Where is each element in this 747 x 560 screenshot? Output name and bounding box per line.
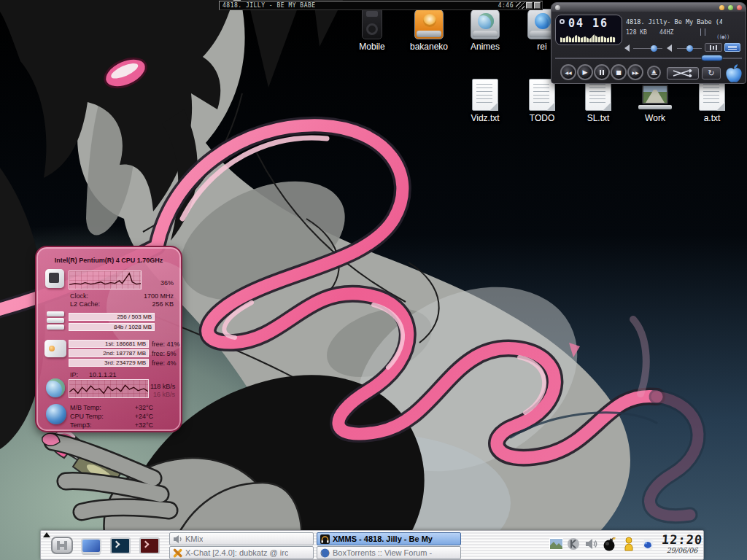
apple-logo-icon [725,64,743,83]
globe-drive-icon [471,9,500,39]
desktop-icon-mobile[interactable]: Mobile [344,6,400,52]
text-file-icon [529,79,555,111]
equalizer-button[interactable] [705,43,722,52]
shade-button[interactable] [728,5,733,10]
desktop-icon-label: Vidz.txt [457,113,513,123]
seek-thumb[interactable] [701,55,723,61]
cpu-usage-graph [69,271,142,289]
volume-slider[interactable] [633,48,662,49]
launcher-root-terminal[interactable] [137,534,162,557]
tray-k-app-icon[interactable] [566,537,581,551]
windowshade-track-title: 4818. JILLY - BE MY BABE [220,2,498,9]
desktop-icon-vidz-txt[interactable]: Vidz.txt [457,77,513,123]
pause-button[interactable] [594,64,610,80]
net-download-speed: 118 kB/s [150,383,175,390]
memory-icon [47,311,64,332]
task-button-xchat[interactable]: X-Chat [2.4.0]: dubkatz @ irc [169,546,314,559]
play-button[interactable]: ▶ [577,64,593,80]
windowshade-resize-grip[interactable] [516,2,525,9]
desktop-icon-todo[interactable]: TODO [514,77,570,123]
network-graph [69,379,149,398]
monitor-icon [81,538,101,553]
xmms-windowshade-bar[interactable]: 4818. JILLY - BE MY BABE 4:46 [219,1,543,10]
task-button-boxtorrents[interactable]: BoxTorrents :: View Forum - [317,546,461,559]
temp3-label: Temp3: [70,421,92,429]
launcher-show-desktop[interactable] [79,534,104,557]
windowshade-time: 4:46 [498,2,516,9]
tray-wallpaper-image-icon[interactable] [549,537,563,551]
xmms-titlebar[interactable] [551,3,746,12]
cpu-temp-value: +24°C [115,413,153,420]
root-terminal-icon [139,537,160,554]
taskbar-clock[interactable]: 12:20 29/06/06 [657,533,708,554]
task-label: KMix [185,534,203,543]
disk1-free: free: 41% [152,341,180,348]
launcher-honda-menu[interactable] [50,534,74,557]
volume-knob[interactable] [651,45,657,52]
seek-bar[interactable] [555,58,742,59]
desktop-icon-bakaneko[interactable]: bakaneko [401,6,457,52]
mb-temp-value: +32°C [115,404,153,411]
desktop-icon-sl-txt[interactable]: SL.txt [570,77,626,123]
desktop: 4818. JILLY - BE MY BABE 4:46 Mobile bak… [0,0,747,560]
desktop-icon-a-txt[interactable]: a.txt [684,77,740,123]
task-button-xmms[interactable]: XMMS - 4818. Jilly - Be My [317,532,461,545]
disk1-bar: 1st: 186681 MB [69,340,149,348]
desktop-icon-label: Mobile [344,42,400,52]
desktop-icon-animes[interactable]: Animes [457,6,513,52]
display-separator [700,28,701,36]
clock-date: 29/06/06 [657,546,708,554]
minimize-button[interactable] [719,5,724,10]
cpu-usage-percent: 36% [142,279,174,287]
desktop-icon-work[interactable]: Work [627,77,683,123]
stop-button[interactable]: ■ [611,64,627,80]
balance-slider[interactable] [677,48,702,49]
terminal-icon [110,537,131,554]
launcher-terminal[interactable] [108,534,133,557]
shuffle-button[interactable] [667,67,699,79]
laptop-icon [638,85,672,111]
xmms-headphones-icon [320,534,330,544]
task-label: XMMS - 4818. Jilly - Be My [333,534,433,543]
taskbar-panel: KMix XMMS - 4818. Jilly - Be My X-Chat [… [40,530,704,560]
cpu-clock-value: 1700 MHz [109,292,174,300]
cpu-chip-icon [45,269,64,288]
text-file-icon [472,79,498,111]
clock-time: 12:20 [656,533,708,546]
display-separator [705,28,705,36]
ip-value: 10.1.1.21 [89,371,117,378]
tray-blue-app-icon[interactable] [640,537,655,551]
net-upload-speed: 16 kB/s [153,391,175,398]
windowshade-shade-button[interactable] [526,2,533,9]
tray-buddy-icon[interactable] [622,537,636,551]
ip-label: IP: [70,371,78,378]
cpu-model-title: Intel(R) Pentium(R) 4 CPU 1.70GHz [36,257,181,264]
desktop-icon-label: Animes [457,42,513,52]
bitrate-value: 128 KB [626,29,647,36]
playlist-button[interactable] [724,43,740,52]
tray-volume-icon[interactable] [584,537,598,551]
desktop-icon-label: a.txt [684,113,740,123]
xmms-menu-button[interactable] [555,5,560,10]
kmix-speaker-icon [173,534,182,544]
hard-disk-icon [44,340,66,357]
tray-bomb-icon[interactable] [603,537,617,551]
desktop-icon-label: SL.txt [570,113,626,123]
previous-button[interactable]: ◀◀ [560,64,576,80]
disk2-free: free: 5% [152,350,177,357]
windowshade-close-button[interactable] [534,2,541,9]
cpu-temp-label: CPU Temp: [70,413,104,420]
shuffle-icon [673,69,693,77]
repeat-button[interactable]: ↻ [702,67,721,79]
mb-temp-label: M/B Temp: [70,404,101,411]
next-button[interactable]: ▶▶ [627,64,643,80]
temp3-value: +32°C [115,421,153,429]
spectrum-analyzer[interactable] [560,31,616,42]
balance-knob[interactable] [686,45,693,52]
eject-button[interactable]: ▲ [647,66,661,79]
close-button[interactable] [737,5,742,10]
balance-speaker-icon [667,44,672,52]
task-button-kmix[interactable]: KMix [169,532,314,545]
track-title-marquee[interactable]: 4818. Jilly- Be My Babe (4:46) [626,18,722,26]
system-monitor-widget: Intel(R) Pentium(R) 4 CPU 1.70GHz 36% Cl… [35,246,182,432]
